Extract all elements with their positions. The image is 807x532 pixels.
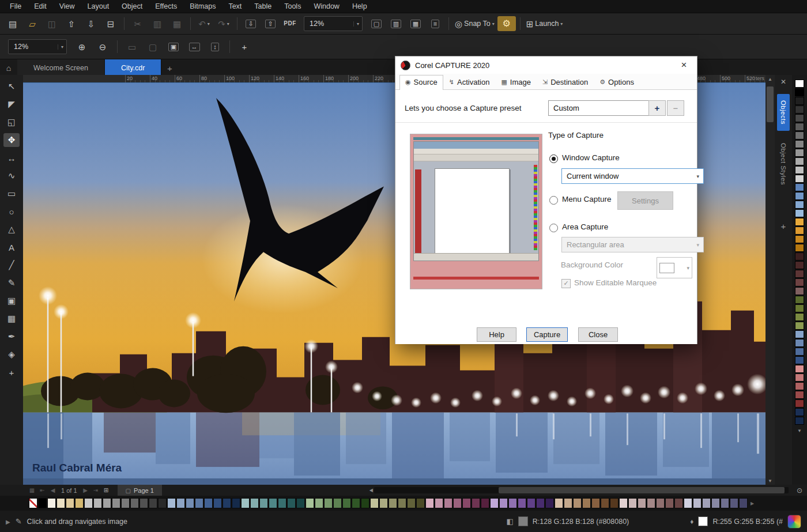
color-swatch[interactable] (555, 498, 563, 508)
color-swatch[interactable] (795, 114, 804, 122)
color-swatch[interactable] (38, 498, 47, 508)
color-swatch[interactable] (795, 348, 804, 356)
color-swatch[interactable] (518, 498, 526, 508)
pdf-icon[interactable]: PDF (281, 16, 299, 31)
color-swatch[interactable] (324, 498, 333, 508)
color-swatch[interactable] (499, 498, 508, 508)
document-tab-city-cdr[interactable]: City.cdr (105, 59, 161, 77)
zoom-all-objects-icon[interactable]: ▢ (144, 39, 162, 54)
color-swatch[interactable] (112, 498, 120, 508)
save-icon[interactable]: ◫ (43, 16, 61, 31)
color-swatch[interactable] (269, 498, 277, 508)
color-swatch[interactable] (259, 498, 268, 508)
color-swatch[interactable] (416, 498, 425, 508)
color-swatch[interactable] (795, 304, 804, 312)
dialog-close-icon[interactable] (671, 56, 697, 74)
color-swatch[interactable] (435, 498, 443, 508)
color-swatch[interactable] (370, 498, 379, 508)
crop-tool[interactable]: ◱ (3, 115, 20, 129)
color-swatch[interactable] (795, 105, 804, 114)
menu-bitmaps[interactable]: Bitmaps (183, 1, 222, 12)
color-swatch[interactable] (195, 498, 203, 508)
dimension-tool[interactable]: ↔ (3, 151, 20, 165)
color-swatch[interactable] (232, 498, 240, 508)
color-swatch[interactable] (398, 498, 406, 508)
dialog-tab-destination[interactable]: ⇲Destination (537, 75, 594, 89)
color-swatch[interactable] (186, 498, 194, 508)
color-swatch[interactable] (130, 498, 139, 508)
color-swatch[interactable] (352, 498, 360, 508)
color-swatch[interactable] (795, 261, 804, 269)
scroll-down-arrow-icon[interactable] (768, 477, 772, 485)
undo-icon[interactable]: ↶▾ (195, 16, 213, 31)
add-page-button[interactable]: ⊞ (102, 487, 111, 493)
capture-button[interactable]: Capture (526, 327, 568, 342)
color-swatch[interactable] (795, 356, 804, 364)
color-swatch[interactable] (342, 498, 351, 508)
color-swatch[interactable] (84, 498, 93, 508)
zoom-tool-icon[interactable] (797, 486, 802, 495)
horizontal-scroll-thumb[interactable] (499, 487, 785, 493)
color-swatch[interactable] (795, 373, 804, 382)
color-swatch[interactable] (103, 498, 111, 508)
color-swatch[interactable] (66, 498, 74, 508)
color-swatch[interactable] (795, 157, 804, 165)
color-swatch[interactable] (795, 235, 804, 243)
paste-icon[interactable]: ▦ (168, 16, 186, 31)
color-swatch[interactable] (795, 149, 804, 157)
add-preset-button[interactable] (648, 100, 666, 116)
first-page-button[interactable]: ⇤ (38, 487, 47, 493)
color-swatch[interactable] (656, 498, 665, 508)
zoom-selected-icon[interactable]: ▭ (123, 39, 141, 54)
polygon-tool[interactable]: △ (3, 222, 20, 236)
color-swatch[interactable] (176, 498, 185, 508)
menu-window[interactable]: Window (307, 1, 345, 12)
scroll-left-arrow-icon[interactable] (369, 488, 373, 493)
color-swatch[interactable] (472, 498, 480, 508)
color-swatch[interactable] (213, 498, 222, 508)
color-swatch[interactable] (278, 498, 286, 508)
menu-capture-radio[interactable] (549, 196, 558, 205)
cut-icon[interactable]: ✂ (129, 16, 147, 31)
color-swatch[interactable] (389, 498, 397, 508)
new-document-icon[interactable]: ▤ (3, 16, 22, 31)
color-swatch[interactable] (158, 498, 167, 508)
area-capture-radio[interactable] (549, 224, 558, 232)
last-page-button[interactable]: ⇥ (92, 487, 100, 493)
color-swatch[interactable] (315, 498, 323, 508)
color-swatch[interactable] (149, 498, 157, 508)
color-swatch[interactable] (287, 498, 296, 508)
dialog-tab-source[interactable]: ◉Source (399, 75, 443, 90)
color-swatch[interactable] (795, 123, 804, 131)
pan-tool[interactable]: ✥ (3, 133, 20, 147)
color-swatch[interactable] (619, 498, 628, 508)
next-page-button[interactable]: ▶ (81, 487, 90, 493)
color-swatch[interactable] (306, 498, 314, 508)
color-swatch[interactable] (795, 218, 804, 226)
color-swatch[interactable] (795, 175, 804, 183)
connector-tool[interactable]: ∿ (3, 169, 20, 183)
snap-to-dropdown[interactable]: ◎Snap To▾ (453, 16, 496, 31)
launch-dropdown[interactable]: ⊞Launch▾ (525, 16, 565, 31)
color-swatch[interactable] (665, 498, 674, 508)
home-icon[interactable] (0, 59, 17, 77)
color-swatch[interactable] (250, 498, 259, 508)
docker-tab-object-styles[interactable]: Object Styles (777, 137, 790, 191)
add-tool-button[interactable]: + (3, 365, 20, 379)
palette-scroll-down-icon[interactable] (797, 428, 802, 433)
color-swatch[interactable] (453, 498, 462, 508)
color-swatch[interactable] (75, 498, 84, 508)
dialog-titlebar[interactable]: Corel CAPTURE 2020 (395, 56, 697, 74)
print-icon[interactable]: ⊟ (101, 16, 120, 31)
color-swatch[interactable] (721, 498, 729, 508)
color-swatch[interactable] (508, 498, 517, 508)
redo-icon[interactable]: ↷▾ (214, 16, 233, 31)
eyedropper-tool[interactable]: ✒ (3, 330, 20, 344)
color-swatch[interactable] (333, 498, 342, 508)
vertical-scrollbar[interactable] (765, 75, 775, 485)
color-swatch[interactable] (795, 287, 804, 295)
show-rulers-icon[interactable]: ▥ (387, 16, 405, 31)
color-swatch[interactable] (296, 498, 305, 508)
color-swatch[interactable] (241, 498, 250, 508)
color-swatch[interactable] (379, 498, 388, 508)
